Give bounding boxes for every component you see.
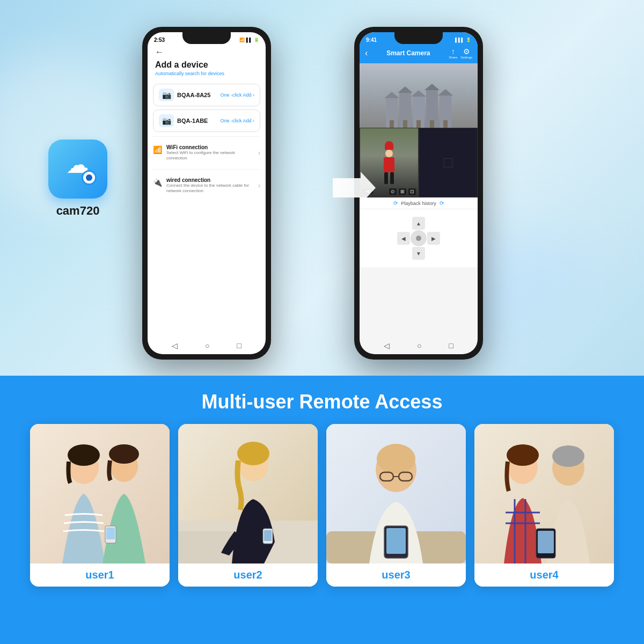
p2-nav-back-icon[interactable]: ◁ xyxy=(384,341,390,350)
wifi-connection-item[interactable]: 📶 WiFi connection Select WiFi to configu… xyxy=(148,141,266,165)
wifi-icon-conn: 📶 xyxy=(153,145,162,154)
svg-point-12 xyxy=(237,442,269,465)
device-card-2[interactable]: 📷 BQA-1ABE One -click Add › xyxy=(153,109,260,132)
device-card-1[interactable]: 📷 BQAA-8A25 One -click Add › xyxy=(153,84,260,106)
dpad-container: ▲ ▼ ◀ ▶ xyxy=(360,209,478,267)
phone1-time: 2:53 xyxy=(154,37,165,43)
feed-ctrl-2[interactable]: ⊞ xyxy=(399,188,406,195)
user-card-1: user1 xyxy=(30,424,170,587)
user-label-1: user1 xyxy=(30,564,170,587)
house-view xyxy=(360,63,478,128)
phone2-bottom-nav: ◁ ○ □ xyxy=(360,341,478,350)
app-icon-container: ☁ cam720 xyxy=(48,140,107,218)
feed-ctrl-3[interactable]: ⊡ xyxy=(408,188,416,195)
phone1-header: ← Add a device Automatically search for … xyxy=(148,45,266,80)
user3-illustration xyxy=(326,424,466,564)
camera-feed-top xyxy=(360,63,478,128)
cam-eye-inner xyxy=(86,174,92,181)
dpad-center-button[interactable] xyxy=(411,230,427,246)
user-card-3: user3 xyxy=(326,424,466,587)
back-button[interactable]: ← xyxy=(155,47,258,57)
user-photo-3 xyxy=(326,424,466,564)
p2-nav-recents-icon[interactable]: □ xyxy=(449,341,453,350)
svg-rect-23 xyxy=(386,528,406,554)
wired-conn-title: wired connection xyxy=(166,177,254,183)
phone2-header-icons: ↑ Share ⚙ Settings xyxy=(449,47,472,59)
user-label-4: user4 xyxy=(474,564,614,587)
figure-hat xyxy=(385,141,393,150)
svg-rect-7 xyxy=(106,528,115,539)
battery-icon: 🔋 xyxy=(254,38,259,42)
device-icon-1: 📷 xyxy=(159,89,174,101)
top-section: ☁ cam720 2:53 📶 ▌▌ 🔋 xyxy=(0,0,644,376)
house-3 xyxy=(413,97,425,128)
house-2 xyxy=(399,93,411,128)
p2-nav-home-icon[interactable]: ○ xyxy=(417,341,421,350)
transition-arrow xyxy=(333,172,376,204)
playback-icon-right: ⟳ xyxy=(440,200,444,206)
p2-signal-icon: ▌▌▌ xyxy=(455,38,464,42)
phone2-title: Smart Camera xyxy=(386,49,430,57)
phone1-bottom-nav: ◁ ○ □ xyxy=(148,341,266,350)
camera-feed-split: HD ⊙ ⊞ ⊡ □ xyxy=(360,128,478,197)
phone2-back-button[interactable]: ‹ xyxy=(365,48,368,58)
phone1: 2:53 📶 ▌▌ 🔋 ← Add a device Automatically… xyxy=(142,27,271,360)
device-left-2: 📷 BQA-1ABE xyxy=(159,114,208,127)
user-label-3: user3 xyxy=(326,564,466,587)
feed-controls: ⊙ ⊞ ⊡ xyxy=(389,188,416,195)
auto-search-label: Automatically search for devices xyxy=(155,71,258,76)
signal-icon: ▌▌ xyxy=(246,38,252,42)
svg-point-18 xyxy=(377,444,415,474)
user-card-4: user4 xyxy=(474,424,614,587)
phone2-notch xyxy=(394,32,443,44)
wired-connection-item[interactable]: 🔌 wired connection Connect the device to… xyxy=(148,174,266,197)
app-name: cam720 xyxy=(48,204,107,218)
phone1-status-icons: 📶 ▌▌ 🔋 xyxy=(239,38,259,42)
dpad-down-button[interactable]: ▼ xyxy=(412,247,425,260)
phone1-frame: 2:53 📶 ▌▌ 🔋 ← Add a device Automatically… xyxy=(142,27,271,360)
svg-point-32 xyxy=(552,445,584,467)
one-click-add-1[interactable]: One -click Add › xyxy=(220,92,254,98)
wifi-conn-desc: Select WiFi to configure the network con… xyxy=(166,150,254,162)
feed-ctrl-1[interactable]: ⊙ xyxy=(389,188,397,195)
playback-icon-left: ⟳ xyxy=(393,200,398,206)
bottom-section: Multi-user Remote Access xyxy=(0,376,644,644)
house-4 xyxy=(426,90,438,128)
section-title: Multi-user Remote Access xyxy=(0,376,644,424)
dpad-center-dot xyxy=(416,236,421,241)
feed-right: □ xyxy=(419,128,478,197)
device-name-2: BQA-1ABE xyxy=(177,118,208,124)
dpad-right-button[interactable]: ▶ xyxy=(427,232,440,245)
wifi-conn-arrow: › xyxy=(258,149,260,157)
device-left-1: 📷 BQAA-8A25 xyxy=(159,89,210,101)
user-label-2: user2 xyxy=(178,564,318,587)
arrow-container xyxy=(333,172,376,204)
playback-label[interactable]: Playback history xyxy=(401,201,436,206)
dpad: ▲ ▼ ◀ ▶ xyxy=(397,217,440,260)
device-icon-2: 📷 xyxy=(159,114,174,127)
user4-illustration xyxy=(474,424,614,564)
user2-illustration xyxy=(178,424,318,564)
feed-right-inner: □ xyxy=(419,128,477,197)
share-button[interactable]: ↑ Share xyxy=(449,47,457,59)
app-icon: ☁ xyxy=(48,140,107,199)
figure-body xyxy=(384,157,394,172)
users-grid: user1 xyxy=(0,424,644,587)
wifi-conn-info: WiFi connection Select WiFi to configure… xyxy=(166,144,254,162)
wired-icon-conn: 🔌 xyxy=(153,178,162,187)
user-photo-1 xyxy=(30,424,170,564)
wired-conn-info: wired connection Connect the device to t… xyxy=(166,177,254,194)
one-click-add-2[interactable]: One -click Add › xyxy=(220,118,254,123)
user-photo-4 xyxy=(474,424,614,564)
nav-recents-icon[interactable]: □ xyxy=(237,341,241,350)
svg-point-26 xyxy=(507,444,539,466)
settings-button[interactable]: ⚙ Settings xyxy=(460,47,472,59)
nav-home-icon[interactable]: ○ xyxy=(205,341,209,350)
nav-back-icon[interactable]: ◁ xyxy=(172,341,178,350)
divider-1 xyxy=(153,136,260,137)
phone1-notch xyxy=(182,32,231,44)
svg-point-5 xyxy=(109,444,139,464)
dpad-up-button[interactable]: ▲ xyxy=(412,217,425,230)
figure-head xyxy=(385,150,393,157)
dpad-left-button[interactable]: ◀ xyxy=(397,232,410,245)
